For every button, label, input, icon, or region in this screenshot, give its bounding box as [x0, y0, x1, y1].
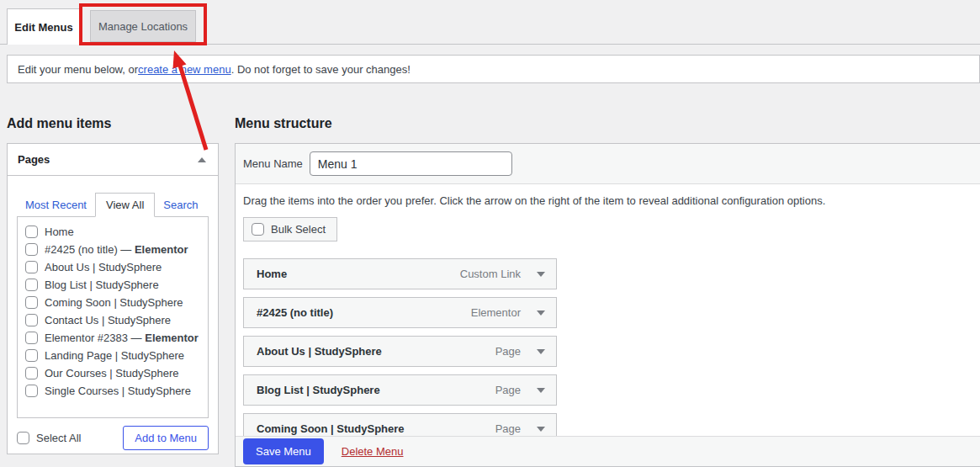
- page-label: Landing Page | StudySphere: [45, 349, 184, 362]
- tab-edit-menus[interactable]: Edit Menus: [7, 8, 81, 45]
- tab-edit-menus-label: Edit Menus: [14, 21, 72, 34]
- bulk-select-checkbox[interactable]: [252, 223, 264, 236]
- page-label: About Us | StudySphere: [45, 261, 162, 273]
- page-checkbox[interactable]: [25, 261, 38, 273]
- page-checkbox-item[interactable]: Elementor #2383 — Elementor: [25, 329, 203, 347]
- notice-text-before: Edit your menu below, or: [18, 63, 138, 76]
- menu-structure-heading: Menu structure: [235, 116, 332, 131]
- tabbar-divider: [0, 44, 980, 45]
- pages-tabs: Most Recent View All Search: [17, 193, 209, 216]
- create-new-menu-link[interactable]: create a new menu: [138, 63, 231, 76]
- pages-panel: Pages Most Recent View All Search Home#2…: [7, 143, 219, 454]
- tab-most-recent[interactable]: Most Recent: [17, 194, 95, 216]
- bulk-select-control[interactable]: Bulk Select: [243, 217, 337, 241]
- menu-name-label: Menu Name: [243, 157, 303, 170]
- page-label: #2425 (no title) — Elementor: [45, 243, 188, 256]
- menu-name-row: Menu Name: [236, 144, 980, 184]
- menu-item-bar[interactable]: #2425 (no title)Elementor: [243, 297, 557, 328]
- tab-view-all[interactable]: View All: [95, 193, 155, 217]
- page-label: Coming Soon | StudySphere: [45, 296, 183, 309]
- menu-item-type: Page: [495, 384, 521, 396]
- page-checkbox[interactable]: [25, 243, 38, 256]
- select-all-label: Select All: [36, 432, 81, 444]
- page-checkbox-item[interactable]: Our Courses | StudySphere: [25, 364, 203, 382]
- collapse-arrow-icon[interactable]: [198, 157, 206, 162]
- page-checkbox-item[interactable]: About Us | StudySphere: [25, 258, 203, 276]
- pages-panel-header[interactable]: Pages: [8, 144, 218, 176]
- delete-menu-link[interactable]: Delete Menu: [342, 445, 404, 458]
- page-label: Contact Us | StudySphere: [45, 314, 171, 326]
- page-checkbox-item[interactable]: Landing Page | StudySphere: [25, 347, 203, 364]
- tab-manage-locations-label: Manage Locations: [98, 20, 188, 33]
- menu-item-bar[interactable]: HomeCustom Link: [243, 258, 557, 289]
- page-checkbox-item[interactable]: Coming Soon | StudySphere: [25, 294, 203, 311]
- menu-item-title: #2425 (no title): [257, 306, 471, 319]
- notice-text-after: . Do not forget to save your changes!: [231, 63, 411, 76]
- expand-arrow-icon[interactable]: [537, 310, 545, 316]
- edit-menus-screen: Edit Menus Manage Locations Edit your me…: [0, 0, 980, 467]
- expand-arrow-icon[interactable]: [537, 427, 545, 432]
- menu-item-type: Elementor: [471, 306, 521, 319]
- page-checkbox[interactable]: [25, 296, 38, 309]
- page-checkbox-item[interactable]: #2425 (no title) — Elementor: [25, 241, 203, 258]
- menu-item-type: Page: [495, 422, 521, 435]
- menu-item-title: About Us | StudySphere: [257, 345, 495, 358]
- drag-instructions: Drag the items into the order you prefer…: [243, 194, 972, 207]
- menu-item-bar[interactable]: Blog List | StudySpherePage: [243, 374, 557, 406]
- page-label: Blog List | StudySphere: [45, 279, 159, 291]
- menu-structure-panel: Menu Name Drag the items into the order …: [235, 143, 980, 467]
- select-all-control[interactable]: Select All: [17, 432, 81, 444]
- page-checkbox-item[interactable]: Blog List | StudySphere: [25, 276, 203, 294]
- save-menu-footer: Save Menu Delete Menu: [236, 436, 980, 466]
- select-all-checkbox[interactable]: [17, 432, 29, 444]
- page-checkbox-item[interactable]: Home: [25, 223, 203, 241]
- menu-item-title: Coming Soon | StudySphere: [257, 422, 495, 435]
- menu-structure-body: Drag the items into the order you prefer…: [236, 184, 980, 444]
- pages-checklist: Home#2425 (no title) — ElementorAbout Us…: [17, 216, 209, 418]
- menu-item-title: Home: [257, 268, 460, 280]
- page-label: Home: [45, 226, 74, 238]
- save-menu-button[interactable]: Save Menu: [243, 438, 324, 464]
- page-checkbox[interactable]: [25, 332, 38, 344]
- tab-manage-locations[interactable]: Manage Locations: [90, 10, 196, 42]
- menu-item-type: Custom Link: [460, 268, 521, 280]
- bulk-select-label: Bulk Select: [271, 223, 326, 236]
- pages-panel-title: Pages: [18, 153, 50, 166]
- menu-name-input[interactable]: [310, 151, 512, 176]
- page-checkbox[interactable]: [25, 385, 38, 397]
- pages-panel-body: Most Recent View All Search Home#2425 (n…: [8, 176, 218, 450]
- expand-arrow-icon[interactable]: [537, 272, 545, 277]
- page-checkbox[interactable]: [25, 226, 38, 238]
- page-checkbox[interactable]: [25, 367, 38, 379]
- add-to-menu-button[interactable]: Add to Menu: [123, 426, 209, 450]
- page-checkbox[interactable]: [25, 349, 38, 362]
- menu-item-type: Page: [495, 345, 521, 358]
- menu-item-bar[interactable]: About Us | StudySpherePage: [243, 336, 557, 367]
- menu-items-list: HomeCustom Link#2425 (no title)Elementor…: [243, 258, 557, 444]
- page-checkbox-item[interactable]: Single Courses | StudySphere: [25, 382, 203, 400]
- page-checkbox-item[interactable]: Contact Us | StudySphere: [25, 311, 203, 329]
- pages-panel-footer: Select All Add to Menu: [17, 426, 209, 450]
- menu-item-title: Blog List | StudySphere: [257, 384, 495, 396]
- notice-bar: Edit your menu below, or create a new me…: [7, 55, 980, 83]
- expand-arrow-icon[interactable]: [537, 349, 545, 354]
- add-menu-items-heading: Add menu items: [7, 116, 111, 131]
- page-checkbox[interactable]: [25, 279, 38, 291]
- page-label: Elementor #2383 — Elementor: [45, 332, 199, 344]
- tab-search[interactable]: Search: [155, 194, 206, 216]
- page-checkbox[interactable]: [25, 314, 38, 326]
- page-label: Our Courses | StudySphere: [45, 367, 178, 379]
- page-label: Single Courses | StudySphere: [45, 385, 191, 397]
- expand-arrow-icon[interactable]: [537, 388, 545, 393]
